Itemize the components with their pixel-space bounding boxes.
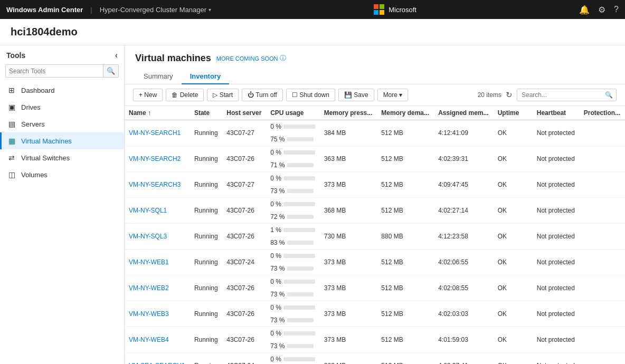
col-name[interactable]: Name ↑ — [125, 106, 190, 120]
vm-host-cell: 43C07-26 — [222, 198, 266, 224]
vm-cpu-cell: 0 % — [266, 327, 320, 340]
more-button-label: More ▾ — [383, 91, 403, 99]
col-state[interactable]: State — [190, 106, 222, 120]
vm-state-cell: Running — [190, 275, 222, 301]
col-cpu[interactable]: CPU usage — [266, 106, 320, 120]
table-row: VM-NY-WEB3Running43C07-260 %73 %373 MB51… — [125, 301, 625, 327]
table-row: VM-NY-WEB1Running43C07-240 %73 %373 MB51… — [125, 250, 625, 275]
vm-host-cell: 43C07-26 — [222, 275, 266, 301]
vm-protection-cell: Not protected — [533, 224, 580, 250]
vm-name-link[interactable]: VM-NY-WEB1 — [129, 258, 169, 266]
search-icon[interactable]: 🔍 — [602, 89, 616, 101]
sidebar-item-volumes[interactable]: ◫ Volumes — [0, 166, 124, 183]
page-title: Virtual machines — [135, 53, 211, 64]
drives-icon: ▣ — [7, 103, 16, 111]
tab-summary[interactable]: Summary — [135, 69, 182, 84]
vm-host-cell: 43C07-27 — [222, 172, 266, 198]
help-icon[interactable]: ? — [614, 5, 619, 14]
vm-uptime-cell: 4:01:59:03 — [434, 327, 494, 353]
col-host[interactable]: Host server — [222, 106, 266, 120]
more-coming-soon-link[interactable]: MORE COMING SOON ⓘ — [216, 54, 287, 63]
table-row: VM-NY-SQL1Running43C07-260 %72 %368 MB51… — [125, 198, 625, 224]
vm-cpu-cell: 1 % — [266, 224, 320, 236]
save-button[interactable]: 💾 Save — [338, 89, 374, 101]
vm-host-cell: 43C07-24 — [222, 250, 266, 275]
virtual-switches-icon: ⇄ — [7, 154, 16, 162]
turnoff-button-label: ⏻ Turn off — [248, 91, 277, 99]
info-icon[interactable]: ⓘ — [280, 54, 286, 63]
cluster-dropdown-icon[interactable]: ▾ — [209, 7, 211, 13]
col-mem-demand[interactable]: Memory dema... — [377, 106, 434, 120]
col-protection[interactable]: Protection... — [580, 106, 625, 120]
vm-name-cell: VM-NY-SQL3 — [125, 224, 190, 250]
vm-uptime-cell: 4:02:03:03 — [434, 301, 494, 327]
sidebar-item-dashboard[interactable]: ⊞ Dashboard — [0, 82, 124, 99]
app-title: hci1804demo — [11, 26, 78, 38]
vm-uptime-cell: 4:02:27:41 — [434, 353, 494, 365]
vm-assigned-mem-cell: 512 MB — [377, 353, 434, 365]
vm-protection-cell: Not protected — [533, 275, 580, 301]
vm-name-link[interactable]: VM-NY-SEARCH1 — [129, 129, 181, 137]
vm-state-cell: Running — [190, 172, 222, 198]
vm-name-cell: VM-NY-WEB1 — [125, 250, 190, 275]
shutdown-button[interactable]: ☐ Shut down — [286, 89, 335, 101]
vm-assigned-mem-cell: 512 MB — [377, 172, 434, 198]
refresh-button[interactable]: ↻ — [506, 90, 513, 100]
layout: Tools ‹ 🔍 ⊞ Dashboard ▣ Drives ▤ Servers… — [0, 45, 625, 364]
table-row: VM-SEA-SEARCH1Running43C07-240 %72 %368 … — [125, 353, 625, 365]
vm-cpu-cell: 0 % — [266, 120, 320, 133]
sidebar-item-virtual-machines[interactable]: ▦ Virtual Machines — [0, 132, 124, 149]
col-mem-press[interactable]: Memory press... — [320, 106, 377, 120]
more-button[interactable]: More ▾ — [377, 89, 409, 101]
vm-mem-demand-cell: 384 MB — [320, 120, 377, 146]
vm-name-link[interactable]: VM-SEA-SEARCH1 — [129, 362, 185, 364]
col-heartbeat[interactable]: Heartbeat — [533, 106, 580, 120]
vm-mem-press-cell: 83 % — [266, 236, 320, 249]
ms-logo-grid — [374, 4, 384, 15]
sidebar-search-icon[interactable]: 🔍 — [103, 65, 118, 77]
vm-name-link[interactable]: VM-NY-WEB4 — [129, 336, 169, 343]
vm-mem-press-cell: 71 % — [266, 159, 320, 171]
vm-assigned-mem-cell: 512 MB — [377, 250, 434, 275]
vm-state-cell: Running — [190, 146, 222, 172]
sidebar-item-drives[interactable]: ▣ Drives — [0, 99, 124, 116]
vm-uptime-cell: 4:12:41:09 — [434, 120, 494, 146]
bell-icon[interactable]: 🔔 — [579, 5, 590, 15]
vm-name-link[interactable]: VM-NY-WEB2 — [129, 284, 169, 292]
vm-uptime-cell: 4:09:47:45 — [434, 172, 494, 198]
col-uptime[interactable]: Uptime — [494, 106, 533, 120]
vm-protection-cell: Not protected — [533, 301, 580, 327]
sidebar-collapse-button[interactable]: ‹ — [115, 51, 118, 60]
vm-state-cell: Running — [190, 224, 222, 250]
table-header-row: Name ↑ State Host server CPU usage Memor… — [125, 106, 625, 120]
tab-inventory[interactable]: Inventory — [182, 69, 230, 84]
topbar: Windows Admin Center | Hyper-Converged C… — [0, 0, 625, 19]
vm-heartbeat-cell: OK — [494, 224, 533, 250]
sidebar-item-virtual-switches[interactable]: ⇄ Virtual Switches — [0, 149, 124, 166]
vm-name-link[interactable]: VM-NY-SQL1 — [129, 207, 167, 214]
col-assigned-mem[interactable]: Assigned mem... — [434, 106, 494, 120]
search-input[interactable] — [517, 89, 602, 101]
sidebar: Tools ‹ 🔍 ⊞ Dashboard ▣ Drives ▤ Servers… — [0, 45, 125, 364]
sidebar-item-servers[interactable]: ▤ Servers — [0, 116, 124, 132]
delete-button[interactable]: 🗑 Delete — [166, 89, 204, 101]
vm-name-link[interactable]: VM-NY-SQL3 — [129, 233, 167, 240]
new-button[interactable]: + New — [133, 89, 163, 101]
vm-state-cell: Running — [190, 120, 222, 146]
vm-name-link[interactable]: VM-NY-SEARCH2 — [129, 155, 181, 162]
vm-uptime-cell: 4:02:27:14 — [434, 198, 494, 224]
vm-name-cell: VM-NY-SEARCH1 — [125, 120, 190, 146]
vm-name-link[interactable]: VM-NY-SEARCH3 — [129, 181, 181, 188]
vm-state-cell: Running — [190, 198, 222, 224]
vm-name-link[interactable]: VM-NY-WEB3 — [129, 310, 169, 318]
gear-icon[interactable]: ⚙ — [598, 5, 605, 15]
vm-mem-demand-cell: 363 MB — [320, 146, 377, 172]
sidebar-search-input[interactable] — [6, 65, 103, 77]
turnoff-button[interactable]: ⏻ Turn off — [242, 89, 283, 101]
cluster-label[interactable]: Hyper-Converged Cluster Manager ▾ — [100, 6, 211, 14]
vm-uptime-cell: 4:02:39:31 — [434, 146, 494, 172]
start-button[interactable]: ▷ Start — [207, 89, 239, 101]
vm-protection-cell: Not protected — [533, 353, 580, 365]
new-button-label: + New — [139, 91, 157, 99]
vm-protection-cell: Not protected — [533, 198, 580, 224]
